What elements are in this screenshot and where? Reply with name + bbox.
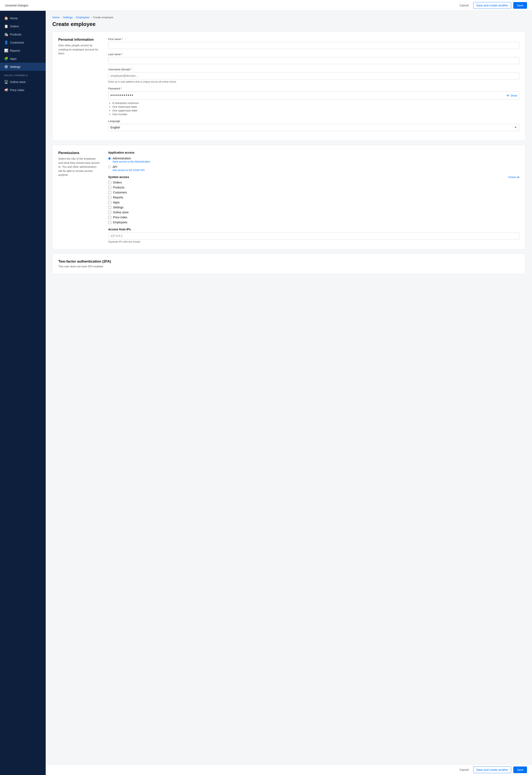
sidebar-item-label-products: Products — [10, 33, 21, 36]
breadcrumb-employees[interactable]: Employees — [76, 16, 89, 19]
permissions-right: Application access Administration Have a… — [108, 151, 519, 243]
api-radio[interactable] — [108, 166, 111, 168]
sidebar-item-label-home: Home — [10, 17, 18, 20]
sidebar-item-label-orders: Orders — [10, 25, 19, 28]
password-hint: One lowercase letter — [112, 105, 519, 108]
checkbox-row-products: Products — [108, 186, 519, 189]
sidebar-item-label-online-store: Online store — [10, 80, 26, 84]
language-select[interactable]: EnglishGermanFrenchSpanish — [108, 124, 519, 131]
system-access-title: System access — [108, 175, 129, 179]
checkbox-row-price-index: Price index — [108, 216, 519, 219]
breadcrumb-settings[interactable]: Settings — [63, 16, 73, 19]
api-radio-labels: API Has access to the SOAP API. — [112, 165, 145, 172]
admin-radio-row: Administration Have access to the Admini… — [108, 157, 519, 163]
checkbox-label-online-store: Online store — [113, 211, 128, 214]
admin-label: Administration — [112, 157, 151, 160]
breadcrumb-sep-3: › — [91, 16, 92, 19]
top-bar-actions: Cancel Save and create another Save — [457, 2, 527, 9]
username-hint: Enter an e-mail address that is unique a… — [108, 80, 519, 83]
checkbox-online-store[interactable] — [108, 211, 111, 214]
breadcrumb-home[interactable]: Home — [52, 16, 60, 19]
reports-icon: 📊 — [4, 49, 8, 52]
first-name-input[interactable] — [108, 42, 519, 49]
checkbox-products[interactable] — [108, 186, 111, 189]
checkbox-row-customers: Customers — [108, 191, 519, 194]
checkbox-reports[interactable] — [108, 196, 111, 199]
password-hints-list: 8 characters minimumOne lowercase letter… — [108, 101, 519, 116]
checkbox-customers[interactable] — [108, 191, 111, 194]
sidebar: 🏠Home📋Orders🛍️Products👤Customers📊Reports… — [0, 11, 46, 775]
admin-radio[interactable] — [108, 157, 111, 160]
password-hint: One uppercase letter — [112, 109, 519, 112]
checkbox-employees[interactable] — [108, 221, 111, 224]
password-hint: One number — [112, 113, 519, 116]
username-input[interactable] — [108, 72, 519, 79]
sidebar-item-home[interactable]: 🏠Home — [0, 14, 46, 22]
main-content: Home › Settings › Employees › Create emp… — [46, 11, 532, 775]
checkbox-label-reports: Reports — [113, 196, 123, 199]
sidebar-item-label-settings: Settings — [10, 65, 21, 68]
checkbox-label-employees: Employees — [113, 221, 127, 224]
sidebar-item-apps[interactable]: 🧩Apps — [0, 55, 46, 63]
checkbox-row-orders: Orders — [108, 181, 519, 184]
bottom-save-and-create-button[interactable]: Save and create another — [473, 766, 511, 773]
checkbox-label-price-index: Price index — [113, 216, 127, 219]
eye-icon: 👁 — [506, 94, 510, 97]
personal-info-desc: Give other people access by creating an … — [58, 43, 100, 56]
twofa-desc: This user does not have 2FA enabled. — [58, 265, 519, 268]
products-icon: 🛍️ — [4, 32, 8, 36]
top-cancel-button[interactable]: Cancel — [457, 2, 471, 8]
bottom-cancel-button[interactable]: Cancel — [457, 767, 471, 773]
permissions-desc: Select the role of the employee and what… — [58, 157, 100, 177]
checkbox-settings[interactable] — [108, 206, 111, 209]
bottom-bar: Cancel Save and create another Save — [46, 764, 532, 775]
settings-icon: ⚙️ — [4, 65, 8, 69]
checkbox-label-customers: Customers — [113, 191, 127, 194]
last-name-label: Last name * — [108, 53, 519, 56]
check-all-button[interactable]: Check all — [508, 176, 519, 179]
sidebar-item-settings[interactable]: ⚙️Settings — [0, 63, 46, 71]
app-access-title: Application access — [108, 151, 519, 154]
sidebar-item-customers[interactable]: 👤Customers — [0, 38, 46, 46]
permissions-form-layout: Permissions Select the role of the emplo… — [58, 151, 519, 243]
checkbox-row-reports: Reports — [108, 196, 519, 199]
customers-icon: 👤 — [4, 40, 8, 44]
api-sub: Has access to the SOAP API. — [112, 169, 145, 172]
password-row: 👁 Show — [108, 91, 519, 99]
last-name-input[interactable] — [108, 57, 519, 64]
sales-channels-label: SALES CHANNELS — [0, 71, 46, 78]
sidebar-item-products[interactable]: 🛍️Products — [0, 30, 46, 38]
checkbox-row-apps: Apps — [108, 201, 519, 204]
show-label: Show — [510, 94, 517, 97]
checkbox-row-settings: Settings — [108, 206, 519, 209]
bottom-save-button[interactable]: Save — [513, 766, 527, 773]
checkbox-label-orders: Orders — [113, 181, 122, 184]
system-access-header: System access Check all — [108, 175, 519, 179]
top-save-button[interactable]: Save — [513, 2, 527, 9]
layout: 🏠Home📋Orders🛍️Products👤Customers📊Reports… — [0, 0, 532, 775]
sidebar-item-price-index[interactable]: 📢Price index — [0, 86, 46, 94]
checkbox-label-settings: Settings — [113, 206, 123, 209]
checkbox-label-apps: Apps — [113, 201, 120, 204]
first-name-label: First name * — [108, 38, 519, 41]
permissions-card: Permissions Select the role of the emplo… — [52, 145, 525, 249]
breadcrumb-sep-1: › — [61, 16, 62, 19]
password-input[interactable] — [108, 91, 519, 99]
sidebar-item-orders[interactable]: 📋Orders — [0, 22, 46, 30]
show-password-button[interactable]: 👁 Show — [506, 94, 517, 97]
checkbox-orders[interactable] — [108, 181, 111, 184]
first-name-group: First name * — [108, 38, 519, 49]
personal-info-left: Personal information Give other people a… — [58, 38, 100, 135]
access-from-ips-hint: Seperate IPs with line breaks — [108, 240, 519, 243]
sidebar-item-reports[interactable]: 📊Reports — [0, 46, 46, 55]
sidebar-item-online-store[interactable]: 🖥️Online store — [0, 78, 46, 86]
checkbox-price-index[interactable] — [108, 216, 111, 219]
checkbox-apps[interactable] — [108, 201, 111, 204]
access-from-ips-input[interactable] — [108, 232, 519, 239]
breadcrumb: Home › Settings › Employees › Create emp… — [52, 16, 525, 19]
last-name-group: Last name * — [108, 53, 519, 64]
top-save-and-create-button[interactable]: Save and create another — [473, 2, 511, 9]
admin-sub: Have access to the Administration. — [112, 160, 151, 163]
twofa-title: Two-factor authentication (2FA) — [58, 259, 519, 263]
online-store-icon: 🖥️ — [4, 80, 8, 84]
